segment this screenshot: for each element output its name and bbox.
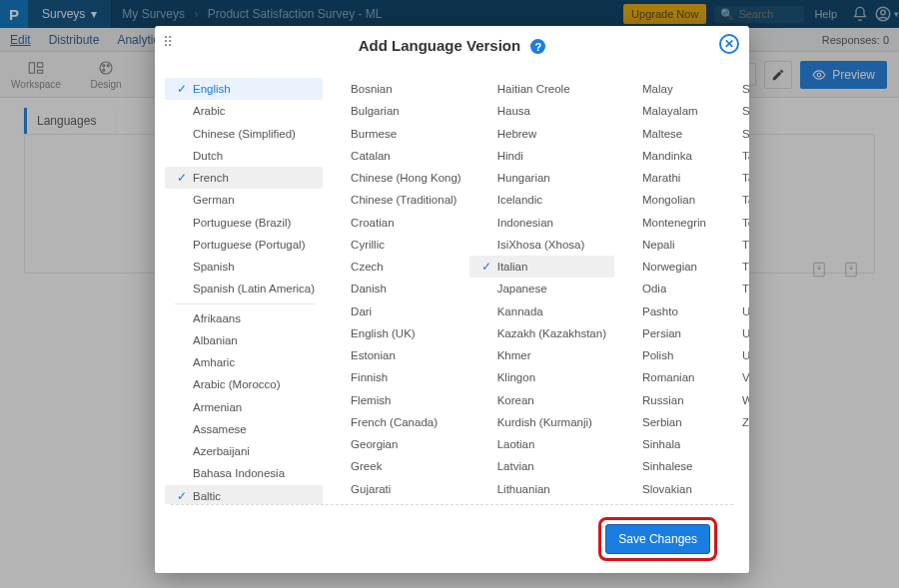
- language-option[interactable]: Icelandic: [469, 189, 614, 211]
- language-option[interactable]: Slovakian: [614, 478, 714, 500]
- language-option[interactable]: Estonian: [323, 344, 469, 366]
- language-option[interactable]: ✓Baltic: [165, 485, 323, 505]
- language-option[interactable]: Norwegian: [614, 256, 714, 278]
- language-option[interactable]: Serbian: [614, 411, 714, 433]
- language-option[interactable]: Tagalog: [714, 145, 749, 167]
- language-option[interactable]: Hungarian: [469, 167, 614, 189]
- language-option[interactable]: Turkish: [714, 278, 749, 299]
- language-option[interactable]: Amharic: [165, 351, 323, 373]
- language-option[interactable]: Somali: [714, 78, 749, 100]
- language-option[interactable]: Bosnian: [323, 78, 469, 100]
- language-option[interactable]: Laotian: [469, 433, 614, 455]
- language-option[interactable]: Arabic (Morocco): [165, 373, 323, 395]
- language-option[interactable]: Portuguese (Portugal): [165, 234, 323, 256]
- language-option[interactable]: Polish: [614, 344, 714, 366]
- language-option[interactable]: Finnish: [323, 366, 469, 388]
- language-option[interactable]: Malay: [614, 78, 714, 100]
- language-option[interactable]: Azerbaijani: [165, 440, 323, 462]
- language-option[interactable]: Odia: [614, 278, 714, 299]
- language-option[interactable]: Danish: [323, 278, 469, 299]
- language-option[interactable]: Kurdish (Kurmanji): [469, 411, 614, 433]
- language-option[interactable]: Urdu: [714, 322, 749, 344]
- language-option[interactable]: ✓French: [165, 167, 323, 189]
- language-option[interactable]: Tigrinya: [714, 256, 749, 278]
- language-option[interactable]: Burmese: [323, 123, 469, 145]
- language-option[interactable]: Mongolian: [614, 189, 714, 211]
- language-option[interactable]: Kazakh (Kazakhstan): [469, 322, 614, 344]
- language-option[interactable]: Lithuanian: [469, 478, 614, 500]
- language-option[interactable]: ✓English: [165, 78, 323, 100]
- language-option[interactable]: Macedonian: [469, 500, 614, 504]
- language-option[interactable]: Hausa: [469, 100, 614, 122]
- language-option[interactable]: Slovenian: [614, 500, 714, 504]
- language-option[interactable]: Romanian: [614, 366, 714, 388]
- language-option[interactable]: Cyrillic: [323, 234, 469, 256]
- language-option[interactable]: Czech: [323, 256, 469, 278]
- language-option[interactable]: Thai: [714, 234, 749, 256]
- language-option[interactable]: Russian: [614, 389, 714, 411]
- language-option[interactable]: Marathi: [614, 167, 714, 189]
- language-option[interactable]: Swedish: [714, 123, 749, 145]
- close-button[interactable]: ✕: [719, 34, 739, 54]
- save-changes-button[interactable]: Save Changes: [605, 524, 710, 554]
- language-option[interactable]: Mandinka: [614, 145, 714, 167]
- language-option[interactable]: Tagalog (Philippines): [714, 167, 749, 189]
- language-label: German: [193, 194, 235, 206]
- language-option[interactable]: English (UK): [323, 322, 469, 344]
- language-option[interactable]: Persian: [614, 322, 714, 344]
- language-option[interactable]: Chinese (Simplified): [165, 123, 323, 145]
- language-option[interactable]: Vietnamese: [714, 366, 749, 388]
- language-option[interactable]: Armenian: [165, 396, 323, 418]
- language-option[interactable]: Kannada: [469, 300, 614, 322]
- language-option[interactable]: Swazi: [714, 100, 749, 122]
- language-option[interactable]: Zulu: [714, 411, 749, 433]
- language-option[interactable]: Montenegrin: [614, 212, 714, 234]
- language-option[interactable]: Bahasa Indonesia: [165, 462, 323, 484]
- language-option[interactable]: Gurmukhi: [323, 500, 469, 504]
- language-option[interactable]: Khmer: [469, 344, 614, 366]
- language-option[interactable]: Albanian: [165, 329, 323, 351]
- language-option[interactable]: Korean: [469, 389, 614, 411]
- language-option[interactable]: French (Canada): [323, 411, 469, 433]
- language-option[interactable]: Chinese (Traditional): [323, 189, 469, 211]
- language-option[interactable]: Hebrew: [469, 123, 614, 145]
- language-option[interactable]: Dutch: [165, 145, 323, 167]
- language-option[interactable]: Pashto: [614, 300, 714, 322]
- language-option[interactable]: Telugu: [714, 212, 749, 234]
- language-option[interactable]: Ukrainian: [714, 300, 749, 322]
- language-option[interactable]: German: [165, 189, 323, 211]
- language-option[interactable]: Malayalam: [614, 100, 714, 122]
- language-option[interactable]: Catalan: [323, 145, 469, 167]
- language-option[interactable]: Sinhala: [614, 433, 714, 455]
- drag-handle-icon[interactable]: ⠿: [163, 34, 172, 50]
- language-option[interactable]: Bulgarian: [323, 100, 469, 122]
- language-option[interactable]: Georgian: [323, 433, 469, 455]
- language-option[interactable]: Spanish (Latin America): [165, 278, 323, 299]
- language-option[interactable]: Spanish: [165, 256, 323, 278]
- language-option[interactable]: Haitian Creole: [469, 78, 614, 100]
- language-option[interactable]: Gujarati: [323, 478, 469, 500]
- language-option[interactable]: Tamil: [714, 189, 749, 211]
- language-option[interactable]: Arabic: [165, 100, 323, 122]
- language-option[interactable]: Hindi: [469, 145, 614, 167]
- language-option[interactable]: IsiXhosa (Xhosa): [469, 234, 614, 256]
- language-option[interactable]: Nepali: [614, 234, 714, 256]
- language-option[interactable]: Croatian: [323, 212, 469, 234]
- language-option[interactable]: Chinese (Hong Kong): [323, 167, 469, 189]
- language-option[interactable]: Urdu (Pakistan): [714, 344, 749, 366]
- language-option[interactable]: Portuguese (Brazil): [165, 212, 323, 234]
- language-option[interactable]: Latvian: [469, 455, 614, 477]
- language-option[interactable]: Klingon: [469, 366, 614, 388]
- language-option[interactable]: Greek: [323, 455, 469, 477]
- language-option[interactable]: Sinhalese: [614, 455, 714, 477]
- language-option[interactable]: Indonesian: [469, 212, 614, 234]
- help-icon[interactable]: ?: [530, 39, 545, 54]
- language-option[interactable]: ✓Italian: [469, 256, 614, 278]
- language-option[interactable]: Flemish: [323, 389, 469, 411]
- language-option[interactable]: Welsh: [714, 389, 749, 411]
- language-option[interactable]: Assamese: [165, 418, 323, 440]
- language-option[interactable]: Japanese: [469, 278, 614, 299]
- language-option[interactable]: Dari: [323, 300, 469, 322]
- language-option[interactable]: Afrikaans: [165, 307, 323, 329]
- language-option[interactable]: Maltese: [614, 123, 714, 145]
